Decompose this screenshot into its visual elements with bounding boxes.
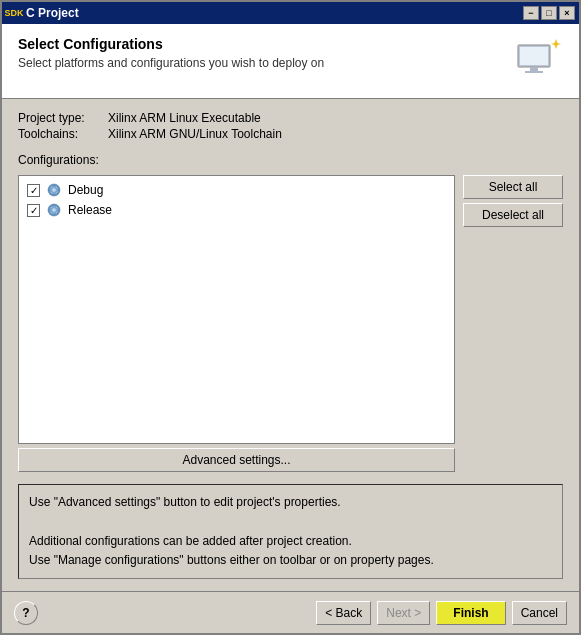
info-line3: Additional configurations can be added a… xyxy=(29,532,552,551)
close-button[interactable]: × xyxy=(559,6,575,20)
debug-label: Debug xyxy=(68,183,103,197)
info-line1: Use "Advanced settings" button to edit p… xyxy=(29,493,552,512)
window-controls: − □ × xyxy=(523,6,575,20)
help-button[interactable]: ? xyxy=(14,601,38,625)
config-item-debug[interactable]: Debug xyxy=(23,180,450,200)
info-line4: Use "Manage configurations" buttons eith… xyxy=(29,551,552,570)
deselect-all-button[interactable]: Deselect all xyxy=(463,203,563,227)
footer: ? < Back Next > Finish Cancel xyxy=(2,591,579,633)
header-section: Select Configurations Select platforms a… xyxy=(2,24,579,99)
footer-right: < Back Next > Finish Cancel xyxy=(316,601,567,625)
project-info: Project type: Xilinx ARM Linux Executabl… xyxy=(18,111,563,141)
advanced-row: Advanced settings... xyxy=(18,448,455,472)
cancel-button[interactable]: Cancel xyxy=(512,601,567,625)
svg-rect-1 xyxy=(520,47,548,65)
config-list[interactable]: Debug Release xyxy=(18,175,455,444)
main-content: Project type: Xilinx ARM Linux Executabl… xyxy=(2,99,579,484)
window-title: C Project xyxy=(26,6,523,20)
app-icon: SDK xyxy=(6,5,22,21)
buttons-column: Select all Deselect all xyxy=(463,175,563,472)
configurations-label: Configurations: xyxy=(18,153,563,167)
page-title: Select Configurations xyxy=(18,36,513,52)
config-item-release[interactable]: Release xyxy=(23,200,450,220)
titlebar: SDK C Project − □ × xyxy=(2,2,579,24)
header-text: Select Configurations Select platforms a… xyxy=(18,36,513,70)
toolchains-label: Toolchains: xyxy=(18,127,108,141)
maximize-button[interactable]: □ xyxy=(541,6,557,20)
svg-marker-4 xyxy=(551,39,561,49)
button-spacer xyxy=(463,231,563,472)
toolchains-value: Xilinx ARM GNU/Linux Toolchain xyxy=(108,127,563,141)
svg-point-8 xyxy=(52,208,56,212)
type-label: Project type: xyxy=(18,111,108,125)
svg-point-6 xyxy=(52,188,56,192)
type-value: Xilinx ARM Linux Executable xyxy=(108,111,563,125)
finish-button[interactable]: Finish xyxy=(436,601,505,625)
svg-rect-3 xyxy=(525,71,543,73)
release-config-icon xyxy=(46,202,62,218)
minimize-button[interactable]: − xyxy=(523,6,539,20)
debug-checkbox[interactable] xyxy=(27,184,40,197)
bottom-spacer xyxy=(2,579,579,591)
select-all-button[interactable]: Select all xyxy=(463,175,563,199)
release-checkbox[interactable] xyxy=(27,204,40,217)
config-area: Debug Release Advanced settings. xyxy=(18,175,563,472)
header-icon xyxy=(513,36,563,86)
info-box: Use "Advanced settings" button to edit p… xyxy=(18,484,563,579)
main-window: SDK C Project − □ × Select Configuration… xyxy=(0,0,581,635)
config-list-wrapper: Debug Release Advanced settings. xyxy=(18,175,455,472)
footer-left: ? xyxy=(14,601,38,625)
advanced-settings-button[interactable]: Advanced settings... xyxy=(18,448,455,472)
back-button[interactable]: < Back xyxy=(316,601,371,625)
deploy-icon xyxy=(514,37,562,85)
debug-config-icon xyxy=(46,182,62,198)
next-button[interactable]: Next > xyxy=(377,601,430,625)
page-subtitle: Select platforms and configurations you … xyxy=(18,56,513,70)
release-label: Release xyxy=(68,203,112,217)
